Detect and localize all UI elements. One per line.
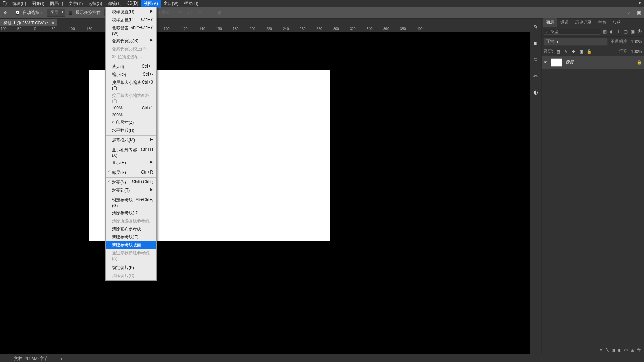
- show-transform-checkbox[interactable]: [69, 11, 72, 15]
- menu-item[interactable]: 对齐到(T)▶: [106, 186, 156, 194]
- show-transform-label: 显示变换控件: [76, 10, 101, 16]
- menu-item[interactable]: 缩小(O)Ctrl+-: [106, 71, 156, 79]
- lock-position-icon[interactable]: ✥: [571, 49, 576, 54]
- lock-all-icon[interactable]: 🔒: [586, 49, 591, 54]
- status-bar: 文档:24.9M/0 字节 ▸: [0, 355, 530, 362]
- menu-6[interactable]: 滤镜(T): [105, 0, 124, 8]
- opacity-label: 不透明度:: [611, 39, 628, 45]
- right-panels: ✎ ≋ ☺ ✂ ◐ 图层通道历史记录字符段落 类型 ▦ ◐ T ▢ ▣ ⏻ 正常…: [530, 19, 644, 354]
- filter-toggle-icon[interactable]: ⏻: [637, 29, 642, 34]
- maximize-icon[interactable]: ▢: [628, 1, 633, 6]
- menu-9[interactable]: 窗口(W): [161, 0, 181, 8]
- link-icon[interactable]: ⚭: [599, 348, 603, 353]
- lock-artboard-icon[interactable]: ▣: [579, 49, 584, 54]
- lock-transparency-icon[interactable]: ▦: [556, 49, 561, 54]
- ruler-tick: 260: [299, 27, 306, 31]
- doc-tab[interactable]: 标题-1 @ 25%(RGB/8) * ×: [0, 19, 58, 26]
- auto-select-dropdown[interactable]: 图层: [47, 9, 65, 17]
- filter-smart-icon[interactable]: ▣: [630, 29, 635, 34]
- menu-7[interactable]: 3D(D): [124, 0, 141, 8]
- libraries-icon[interactable]: ☺: [532, 56, 538, 63]
- ruler-tick: 100: [163, 27, 170, 31]
- fx-icon[interactable]: fx: [606, 348, 609, 353]
- swatches-icon[interactable]: ≋: [533, 40, 538, 47]
- opacity-value[interactable]: 100%: [631, 39, 642, 44]
- menu-4[interactable]: 文字(Y): [66, 0, 85, 8]
- menu-item[interactable]: 新建参考线(E)...: [106, 233, 156, 241]
- menu-item[interactable]: 显示(H)▶: [106, 159, 156, 167]
- menu-item[interactable]: 色域警告(W)Shift+Ctrl+Y: [106, 24, 156, 37]
- menu-item[interactable]: 放大(I)Ctrl++: [106, 63, 156, 71]
- menu-item[interactable]: 锁定参考线(G)Alt+Ctrl+;: [106, 196, 156, 209]
- menu-item[interactable]: 校样设置(U)▶: [106, 8, 156, 16]
- move-tool-icon[interactable]: ✥: [2, 10, 8, 16]
- menu-1[interactable]: 编辑(E): [9, 0, 29, 8]
- visibility-icon[interactable]: 👁: [544, 60, 548, 65]
- menu-2[interactable]: 图像(I): [29, 0, 47, 8]
- lock-pixels-icon[interactable]: ✎: [564, 49, 568, 54]
- panel-tab-2[interactable]: 历史记录: [572, 18, 595, 27]
- filter-pixel-icon[interactable]: ▦: [602, 29, 607, 34]
- status-arrow-icon[interactable]: ▸: [61, 356, 63, 361]
- adjustment-icon[interactable]: ◐: [618, 348, 621, 353]
- menu-item[interactable]: 按屏幕大小缩放(F)Ctrl+0: [106, 79, 156, 92]
- menu-item[interactable]: 校样颜色(L)Ctrl+Y: [106, 16, 156, 24]
- menu-item[interactable]: 屏幕模式(M)▶: [106, 136, 156, 144]
- cloud-icon[interactable]: ◐: [533, 89, 538, 95]
- filter-shape-icon[interactable]: ▢: [623, 29, 628, 34]
- view-dropdown-menu: 校样设置(U)▶校样颜色(L)Ctrl+Y色域警告(W)Shift+Ctrl+Y…: [105, 7, 157, 281]
- status-info[interactable]: 文档:24.9M/0 字节: [14, 356, 48, 362]
- menu-item[interactable]: 新建参考线版面...: [106, 241, 156, 249]
- menu-item[interactable]: 清除画布参考线: [106, 225, 156, 233]
- menu-item[interactable]: 锁定切片(K): [106, 264, 156, 272]
- pan-icon: ✦: [197, 10, 203, 16]
- fill-value[interactable]: 100%: [631, 49, 642, 54]
- lock-icon[interactable]: 🔒: [637, 60, 642, 65]
- menu-item[interactable]: 水平翻转(H): [106, 126, 156, 134]
- filter-kind-dropdown[interactable]: 类型: [544, 29, 600, 35]
- filter-adjust-icon[interactable]: ◐: [609, 29, 614, 34]
- search-icon[interactable]: ⌕: [626, 10, 632, 16]
- menu-10[interactable]: 帮助(H): [181, 0, 201, 8]
- panel-tab-1[interactable]: 通道: [558, 18, 572, 27]
- menu-item[interactable]: 100%Ctrl+1: [106, 105, 156, 111]
- workspace-icon[interactable]: ▣: [636, 10, 642, 16]
- layer-name: 背景: [565, 60, 574, 66]
- menu-item[interactable]: 200%: [106, 111, 156, 118]
- panel-tab-3[interactable]: 字符: [595, 18, 609, 27]
- ruler-tick: 140: [199, 27, 205, 31]
- ruler-tick: 240: [282, 27, 289, 31]
- close-icon[interactable]: ✕: [638, 1, 643, 6]
- panel-tab-0[interactable]: 图层: [543, 18, 557, 27]
- panel-tab-4[interactable]: 段落: [610, 18, 624, 27]
- trash-icon[interactable]: 🗑: [637, 348, 641, 353]
- mask-icon[interactable]: ◑: [612, 348, 615, 353]
- collapsed-panel-icons: ✎ ≋ ☺ ✂ ◐: [530, 19, 542, 354]
- menu-item[interactable]: 清除参考线(D): [106, 209, 156, 217]
- auto-select-checkbox[interactable]: ✓: [16, 11, 19, 15]
- menu-5[interactable]: 选择(S): [85, 0, 105, 8]
- adjustments-icon[interactable]: ✂: [533, 72, 538, 79]
- minimize-icon[interactable]: —: [618, 1, 623, 6]
- brush-icon[interactable]: ✎: [533, 24, 538, 30]
- group-icon[interactable]: ▭: [624, 348, 628, 353]
- new-layer-icon[interactable]: ⊞: [631, 348, 634, 353]
- ruler-tick: 320: [349, 27, 356, 31]
- close-tab-icon[interactable]: ×: [52, 21, 54, 25]
- ruler-tick: 100: [68, 27, 75, 31]
- menu-8[interactable]: 视图(V): [141, 0, 161, 8]
- menu-3[interactable]: 图层(L): [47, 0, 66, 8]
- ruler-tick: 180: [232, 27, 239, 31]
- layers-panel: 图层通道历史记录字符段落 类型 ▦ ◐ T ▢ ▣ ⏻ 正常 不透明度: 100…: [542, 19, 644, 354]
- menu-item[interactable]: 像素长宽比(S)▶: [106, 37, 156, 45]
- layer-thumbnail[interactable]: [551, 58, 562, 67]
- menu-item[interactable]: 打印尺寸(Z): [106, 118, 156, 126]
- menu-item[interactable]: 标尺(R)✓Ctrl+R: [106, 169, 156, 177]
- ruler-tick: 300: [332, 27, 339, 31]
- menu-item[interactable]: 对齐(N)✓Shift+Ctrl+;: [106, 178, 156, 186]
- menu-item[interactable]: 显示额外内容(X)Ctrl+H: [106, 146, 156, 159]
- filter-type-icon[interactable]: T: [616, 29, 621, 34]
- layer-item-background[interactable]: 👁 背景 🔒: [542, 56, 644, 69]
- blend-mode-dropdown[interactable]: 正常: [544, 38, 608, 46]
- menu-0[interactable]: F): [0, 0, 9, 8]
